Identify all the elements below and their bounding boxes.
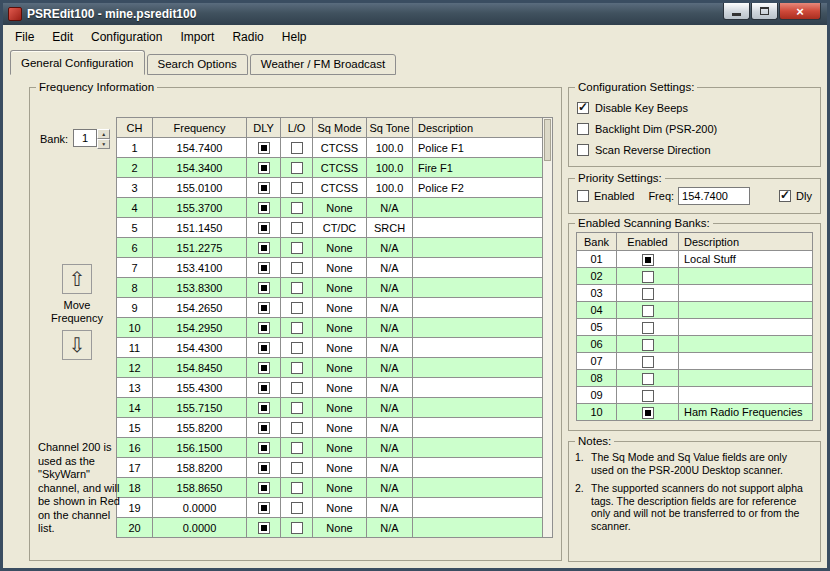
frequency-cell[interactable]: 155.4300 <box>153 378 247 398</box>
lo-checkbox[interactable] <box>291 282 303 294</box>
description-cell[interactable] <box>413 398 543 418</box>
bank-number-cell[interactable]: 01 <box>577 251 617 268</box>
dly-cell[interactable] <box>247 318 281 338</box>
scrollbar-thumb[interactable] <box>544 119 551 161</box>
frequency-cell[interactable]: 158.8650 <box>153 478 247 498</box>
frequency-row-14[interactable]: 14155.7150NoneN/A <box>117 398 543 418</box>
sq-mode-cell[interactable]: None <box>313 378 367 398</box>
bank-description-cell[interactable]: Ham Radio Frequencies <box>679 404 813 421</box>
bank-row-07[interactable]: 07 <box>577 353 813 370</box>
sq-tone-cell[interactable]: N/A <box>367 278 413 298</box>
lo-cell[interactable] <box>281 378 313 398</box>
dly-cell[interactable] <box>247 438 281 458</box>
bank-description-cell[interactable] <box>679 353 813 370</box>
frequency-cell[interactable]: 151.1450 <box>153 218 247 238</box>
channel-cell[interactable]: 19 <box>117 498 153 518</box>
config-option-checkbox[interactable] <box>577 144 589 156</box>
description-cell[interactable] <box>413 278 543 298</box>
config-option-checkbox[interactable] <box>577 102 589 114</box>
sq-tone-cell[interactable]: N/A <box>367 258 413 278</box>
lo-cell[interactable] <box>281 218 313 238</box>
bank-enabled-checkbox[interactable] <box>642 339 654 351</box>
bank-enabled-cell[interactable] <box>617 404 679 421</box>
frequency-row-11[interactable]: 11154.4300NoneN/A <box>117 338 543 358</box>
menu-edit[interactable]: Edit <box>43 27 82 47</box>
lo-cell[interactable] <box>281 318 313 338</box>
frequency-row-15[interactable]: 15155.8200NoneN/A <box>117 418 543 438</box>
lo-cell[interactable] <box>281 258 313 278</box>
frequency-table-scrollbar[interactable] <box>543 117 553 538</box>
bank-enabled-cell[interactable] <box>617 319 679 336</box>
lo-cell[interactable] <box>281 298 313 318</box>
bank-spin-up-icon[interactable]: ▲ <box>97 129 110 139</box>
frequency-cell[interactable]: 151.2275 <box>153 238 247 258</box>
dly-cell[interactable] <box>247 478 281 498</box>
lo-checkbox[interactable] <box>291 302 303 314</box>
maximize-button[interactable] <box>751 3 778 20</box>
channel-cell[interactable]: 2 <box>117 158 153 178</box>
bank-row-08[interactable]: 08 <box>577 370 813 387</box>
frequency-row-20[interactable]: 200.0000NoneN/A <box>117 518 543 538</box>
frequency-row-17[interactable]: 17158.8200NoneN/A <box>117 458 543 478</box>
frequency-cell[interactable]: 158.8200 <box>153 458 247 478</box>
frequency-row-12[interactable]: 12154.8450NoneN/A <box>117 358 543 378</box>
frequency-cell[interactable]: 154.3400 <box>153 158 247 178</box>
sq-tone-cell[interactable]: N/A <box>367 358 413 378</box>
dly-cell[interactable] <box>247 398 281 418</box>
sq-tone-cell[interactable]: N/A <box>367 458 413 478</box>
channel-cell[interactable]: 20 <box>117 518 153 538</box>
lo-checkbox[interactable] <box>291 522 303 534</box>
dly-checkbox[interactable] <box>258 162 270 174</box>
frequency-cell[interactable]: 155.0100 <box>153 178 247 198</box>
lo-cell[interactable] <box>281 398 313 418</box>
bank-number-cell[interactable]: 02 <box>577 268 617 285</box>
frequency-row-5[interactable]: 5151.1450CT/DCSRCH <box>117 218 543 238</box>
channel-cell[interactable]: 1 <box>117 138 153 158</box>
frequency-cell[interactable]: 154.8450 <box>153 358 247 378</box>
lo-cell[interactable] <box>281 338 313 358</box>
channel-cell[interactable]: 9 <box>117 298 153 318</box>
bank-enabled-checkbox[interactable] <box>642 356 654 368</box>
frequency-row-16[interactable]: 16156.1500NoneN/A <box>117 438 543 458</box>
lo-checkbox[interactable] <box>291 362 303 374</box>
lo-cell[interactable] <box>281 278 313 298</box>
frequency-row-13[interactable]: 13155.4300NoneN/A <box>117 378 543 398</box>
sq-tone-cell[interactable]: 100.0 <box>367 138 413 158</box>
channel-cell[interactable]: 13 <box>117 378 153 398</box>
lo-checkbox[interactable] <box>291 422 303 434</box>
frequency-row-7[interactable]: 7153.4100NoneN/A <box>117 258 543 278</box>
bank-row-05[interactable]: 05 <box>577 319 813 336</box>
dly-cell[interactable] <box>247 378 281 398</box>
bank-row-09[interactable]: 09 <box>577 387 813 404</box>
lo-checkbox[interactable] <box>291 242 303 254</box>
priority-enabled-checkbox[interactable] <box>577 190 589 202</box>
bank-number-cell[interactable]: 09 <box>577 387 617 404</box>
lo-cell[interactable] <box>281 418 313 438</box>
frequency-cell[interactable]: 0.0000 <box>153 518 247 538</box>
lo-checkbox[interactable] <box>291 462 303 474</box>
bank-description-cell[interactable] <box>679 370 813 387</box>
description-cell[interactable] <box>413 418 543 438</box>
dly-cell[interactable] <box>247 198 281 218</box>
description-cell[interactable] <box>413 498 543 518</box>
dly-checkbox[interactable] <box>258 302 270 314</box>
bank-enabled-cell[interactable] <box>617 336 679 353</box>
channel-cell[interactable]: 14 <box>117 398 153 418</box>
sq-tone-cell[interactable]: SRCH <box>367 218 413 238</box>
dly-cell[interactable] <box>247 338 281 358</box>
channel-cell[interactable]: 12 <box>117 358 153 378</box>
tab-weather-fm-broadcast[interactable]: Weather / FM Broadcast <box>250 54 396 75</box>
dly-checkbox[interactable] <box>258 242 270 254</box>
bank-description-cell[interactable] <box>679 387 813 404</box>
bank-description-cell[interactable] <box>679 302 813 319</box>
frequency-row-8[interactable]: 8153.8300NoneN/A <box>117 278 543 298</box>
frequency-row-1[interactable]: 1154.7400CTCSS100.0Police F1 <box>117 138 543 158</box>
lo-cell[interactable] <box>281 238 313 258</box>
frequency-row-4[interactable]: 4155.3700NoneN/A <box>117 198 543 218</box>
sq-mode-cell[interactable]: None <box>313 278 367 298</box>
frequency-cell[interactable]: 0.0000 <box>153 498 247 518</box>
bank-enabled-cell[interactable] <box>617 387 679 404</box>
description-cell[interactable] <box>413 438 543 458</box>
bank-enabled-cell[interactable] <box>617 370 679 387</box>
channel-cell[interactable]: 17 <box>117 458 153 478</box>
